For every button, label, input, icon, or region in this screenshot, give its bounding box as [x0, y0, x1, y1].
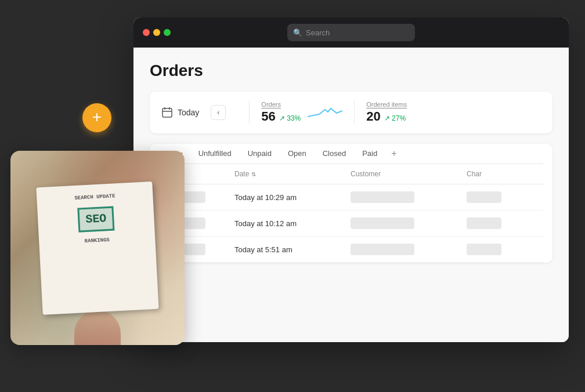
prev-arrow[interactable]: ‹: [211, 105, 226, 120]
table-row[interactable]: Today at 10:29 am: [159, 184, 543, 210]
content-area: Orders Today ‹ Orders 56: [133, 48, 569, 342]
col-date[interactable]: Date ⇅: [234, 170, 351, 178]
maximize-dot[interactable]: [164, 29, 171, 36]
ordered-items-change: 27%: [384, 114, 406, 122]
charge-placeholder: [467, 217, 501, 229]
customer-placeholder: [351, 244, 414, 255]
divider: [249, 101, 250, 124]
orders-change: 33%: [279, 114, 301, 122]
charge-placeholder: [467, 191, 501, 203]
tab-open[interactable]: Open: [280, 144, 315, 164]
order-date: Today at 5:51 am: [234, 245, 351, 254]
date-section: Today: [161, 107, 211, 118]
orders-chart: [308, 104, 342, 121]
table-area: All ▾ Unfulfilled Unpaid Open Closed Pai…: [150, 144, 552, 263]
tab-unpaid[interactable]: Unpaid: [240, 144, 280, 164]
chevron-left-icon: ‹: [217, 108, 219, 117]
orders-value: 56: [261, 109, 275, 124]
plus-icon: +: [92, 109, 102, 125]
divider2: [354, 101, 355, 124]
tab-unfulfilled[interactable]: Unfulfilled: [190, 144, 240, 164]
col-customer: Customer: [351, 170, 467, 178]
ordered-items-value: 20: [366, 109, 380, 124]
close-dot[interactable]: [143, 29, 150, 36]
sort-icon: ⇅: [251, 171, 256, 177]
ordered-items-metric: Ordered items 20 27%: [366, 101, 407, 124]
table-header: Order Date ⇅ Customer Char: [159, 164, 543, 184]
svg-rect-0: [162, 108, 172, 117]
orders-label: Orders: [261, 101, 301, 108]
search-placeholder: Search: [306, 28, 330, 37]
filter-tabs: All ▾ Unfulfilled Unpaid Open Closed Pai…: [159, 144, 543, 164]
col-char: Char: [467, 170, 543, 178]
minimize-dot[interactable]: [153, 29, 160, 36]
add-filter-button[interactable]: +: [385, 144, 402, 164]
table-row[interactable]: Today at 10:12 am: [159, 210, 543, 237]
customer-placeholder: [351, 217, 414, 229]
page-title: Orders: [150, 61, 552, 80]
stats-card: Today ‹ Orders 56 33%: [150, 92, 552, 133]
tab-paid[interactable]: Paid: [354, 144, 385, 164]
ordered-items-label: Ordered items: [366, 101, 407, 108]
calendar-icon: [161, 107, 173, 118]
top-bar: 🔍 Search: [133, 17, 569, 48]
tab-closed[interactable]: Closed: [315, 144, 354, 164]
order-date: Today at 10:12 am: [234, 219, 351, 228]
window-controls: [143, 29, 171, 36]
table-row[interactable]: Today at 5:51 am: [159, 237, 543, 263]
charge-placeholder: [467, 244, 501, 255]
search-bar[interactable]: 🔍 Search: [287, 24, 415, 41]
seo-photo-card: SEARCH UPDATE SEO RANKINGS: [10, 151, 185, 345]
add-button[interactable]: +: [82, 103, 111, 132]
search-icon: 🔍: [293, 28, 302, 37]
order-date: Today at 10:29 am: [234, 193, 351, 202]
date-label: Today: [178, 108, 199, 117]
orders-metric: Orders 56 33%: [261, 101, 342, 124]
customer-placeholder: [351, 191, 414, 203]
app-window: 🔍 Search Orders Today ‹: [133, 17, 569, 342]
